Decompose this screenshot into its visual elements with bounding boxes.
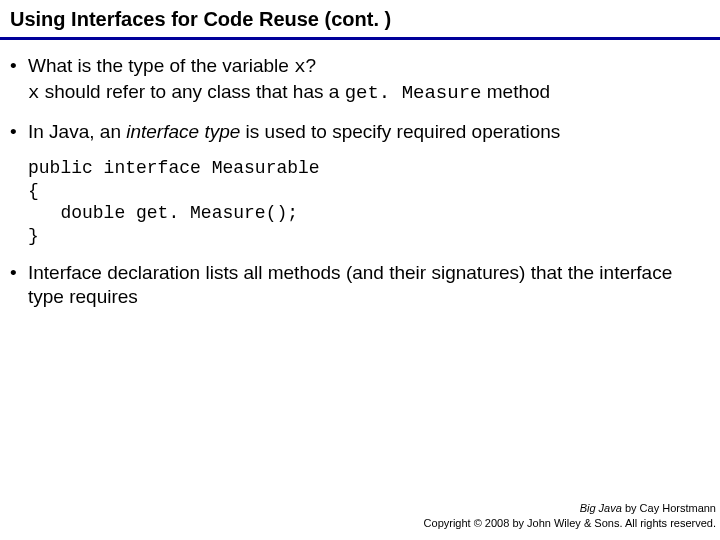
slide-title: Using Interfaces for Code Reuse (cont. ) (10, 8, 710, 31)
bullet-1: • What is the type of the variable x? x … (10, 54, 710, 106)
bullet-dot: • (10, 261, 28, 309)
code-l3: double get. Measure(); (28, 203, 298, 223)
footer-copyright: Copyright © 2008 by John Wiley & Sons. A… (424, 516, 716, 530)
slide-content: • What is the type of the variable x? x … (0, 40, 720, 309)
b1-text-b: ? (306, 55, 317, 76)
b1-code-x: x (294, 56, 305, 78)
b2-italic: interface type (126, 121, 240, 142)
b1-line2-a: should refer to any class that has a (39, 81, 344, 102)
code-block: public interface Measurable { double get… (28, 157, 710, 247)
b1-code-x2: x (28, 82, 39, 104)
footer-line1: Big Java by Cay Horstmann (424, 501, 716, 515)
bullet-text: What is the type of the variable x? x sh… (28, 54, 710, 106)
footer-by: by Cay Horstmann (622, 502, 716, 514)
bullet-dot: • (10, 54, 28, 106)
b1-code-getmeasure: get. Measure (345, 82, 482, 104)
bullet-dot: • (10, 120, 28, 144)
bullet-text: Interface declaration lists all methods … (28, 261, 710, 309)
code-l2: { (28, 181, 39, 201)
b2-text-b: is used to specify required operations (240, 121, 560, 142)
b2-text-a: In Java, an (28, 121, 126, 142)
footer-book: Big Java (580, 502, 622, 514)
b1-line2-b: method (481, 81, 550, 102)
bullet-text: In Java, an interface type is used to sp… (28, 120, 710, 144)
code-l1: public interface Measurable (28, 158, 320, 178)
slide-footer: Big Java by Cay Horstmann Copyright © 20… (424, 501, 716, 530)
b1-text-a: What is the type of the variable (28, 55, 294, 76)
slide-header: Using Interfaces for Code Reuse (cont. ) (0, 0, 720, 40)
code-l4: } (28, 226, 39, 246)
bullet-2: • In Java, an interface type is used to … (10, 120, 710, 144)
bullet-3: • Interface declaration lists all method… (10, 261, 710, 309)
